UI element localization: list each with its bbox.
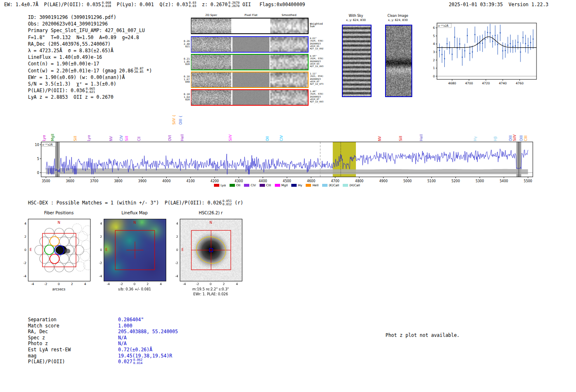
text-segment: LineFlux = 1.40(±0.49)e-16: [28, 54, 102, 60]
match-row-value: N/A: [118, 335, 127, 341]
uncertainty-fraction: 0.0680.018: [102, 1, 111, 8]
north-label: N: [58, 220, 60, 225]
annotation-line: 427_LU_093: [310, 65, 330, 67]
spec2d-strip: [270, 72, 308, 87]
lower-uncertainty: 0.012: [223, 203, 232, 206]
cutout-sublabel: m:19.5 re:2.2" s:0.3": [167, 287, 254, 291]
svg-text:3600: 3600: [66, 179, 74, 183]
match-row-value: 1.000: [118, 323, 132, 329]
info-line: Cont(w) = 2.20(±0.01)e-17 (gmag 20.8620.…: [28, 67, 152, 74]
spec2d-row-annotation: 0.95"(624, 839)20200623v014_03427_LU_093: [310, 55, 330, 67]
lower-uncertainty: 0.018: [102, 5, 111, 8]
axis-tick-label: -4: [171, 274, 178, 278]
text-segment: P(LAE)/P(OII): 0.036: [28, 88, 85, 93]
info-line: F=1.8" T=0.132 N=1.50 A=0.89 g=24.8: [28, 34, 152, 41]
svg-text:5200: 5200: [451, 179, 460, 183]
legend-label: (H)CaII: [349, 183, 360, 187]
spec2d-row: [191, 89, 309, 106]
legend-label: CIV: [251, 183, 256, 187]
text-segment: S/N = 3.5(±1.3) χ² = 1.3(±0.0): [28, 81, 116, 87]
match-row-value: 0.286404": [118, 317, 144, 322]
svg-text:e⁻¹⁷x2Å: e⁻¹⁷x2Å: [438, 24, 449, 28]
axis-tick-label: 2: [221, 282, 227, 286]
legend-item: CIII: [260, 183, 271, 187]
axis-tick-label: -2: [19, 261, 26, 265]
legend-swatch: [291, 184, 297, 187]
spec2d-strip: [270, 19, 308, 33]
hsc-overlay: [180, 219, 242, 281]
spec2d-strip: [270, 37, 308, 52]
spec2d-strip: [232, 55, 269, 70]
text-segment: LyA z = 2.8853 OII z = 0.2670: [28, 94, 114, 100]
uncertainty-fraction: 0.0620.014: [133, 358, 143, 365]
legend-swatch: [214, 184, 219, 187]
svg-text:3: 3: [433, 50, 435, 54]
axis-tick-label: -2: [42, 282, 49, 286]
axis-tick-label: 2: [69, 282, 75, 286]
axis-tick-label: 4: [158, 282, 164, 286]
axis-tick-label: 0: [19, 248, 26, 252]
line-fit-plot: 012345646804700472047404760e⁻¹⁷x2Å: [427, 20, 539, 92]
text-segment: OII Flags:0x00400009: [239, 2, 305, 7]
info-line: Cont(n) = 1.90(±0.00)e-17: [28, 60, 152, 67]
cutout-title: HSC(26.2) r: [172, 211, 250, 215]
cutout-sublabel: s/b: 0.36 +/- 0.081: [91, 287, 178, 291]
svg-text:2: 2: [433, 58, 435, 62]
legend-swatch: [322, 184, 327, 187]
info-line: ID: 3090191296 (3090191296.pdf): [28, 14, 152, 21]
axis-tick-label: 4: [82, 282, 88, 286]
axis-tick-label: 2: [95, 235, 102, 239]
axis-tick-label: -2: [118, 282, 125, 286]
text-segment: λ = 4723.25Å σ = 8.83(±2.65)Å: [28, 48, 114, 53]
match-row-value: 205.403888, 55.240005: [118, 329, 178, 334]
legend-item: Hγ: [291, 183, 302, 187]
legend-label: CIII: [266, 183, 271, 187]
lower-uncertainty: 0.2670: [228, 5, 239, 8]
uncertainty-fraction: 0.26700.2670: [228, 1, 239, 8]
axis-tick-label: 0: [207, 282, 214, 286]
legend-item: Lyα: [214, 183, 226, 187]
uncertainty-fraction: 20.8720.85: [134, 67, 144, 74]
lower-uncertainty: 0.021: [86, 90, 95, 94]
legend-label: OII: [236, 183, 240, 187]
catalog-match-header: HSC-DEX : Possible Matches = 1 (within +…: [28, 200, 243, 206]
svg-text:e⁻¹⁷x2Å: e⁻¹⁷x2Å: [42, 143, 53, 146]
svg-text:4760: 4760: [516, 81, 523, 85]
spec2d-row-annotation: 0.61"(624, 830)20200623v014_01427_LU_092: [310, 37, 330, 50]
svg-text:4: 4: [433, 42, 435, 46]
match-row-value: 19.45(19.38,19.54)R: [118, 353, 172, 359]
spec2d-row-weights: 0.161.67040: [181, 75, 190, 84]
legend-item: (K)CaII: [322, 183, 339, 187]
svg-text:4720: 4720: [482, 81, 490, 85]
text-segment: Cont(w) = 2.20(±0.01)e-17 (gmag 20.86: [28, 68, 133, 74]
axis-tick-label: -2: [194, 282, 201, 286]
legend-item: MgII: [275, 183, 288, 187]
full-spectrum-svg: 0510350036003700380039004000410042004300…: [35, 139, 539, 186]
svg-text:4900: 4900: [379, 179, 388, 183]
axis-tick-label: 2: [144, 282, 151, 286]
text-segment: z: 0.2670: [196, 2, 228, 7]
svg-text:0: 0: [37, 171, 39, 175]
svg-text:4200: 4200: [211, 179, 219, 183]
axis-tick-label: -4: [105, 282, 111, 286]
legend-item: HeII: [306, 183, 318, 187]
text-segment: F=1.8" T=0.132 N=1.50 A=0.89 g=24.8: [28, 35, 139, 40]
spec2d-column-header: Pixel Flat: [232, 14, 269, 17]
text-segment: *): [144, 68, 152, 74]
svg-text:5100: 5100: [427, 179, 436, 183]
info-line: Primary Spec_Slot_IFU_AMP: 427_061_007_L…: [28, 27, 152, 34]
spec2d-strip: [232, 19, 269, 33]
svg-text:4800: 4800: [355, 179, 363, 183]
spec2d-row: [191, 18, 309, 34]
text-segment: ID: 3090191296 (3090191296.pdf): [28, 14, 116, 20]
north-label: N: [209, 220, 212, 225]
spec2d-strip: [191, 19, 231, 33]
spec2d-row-annotation: WeightedSum: [310, 23, 330, 28]
lineflux-overlay: [104, 219, 166, 281]
legend-label: (K)CaII: [329, 183, 339, 187]
info-line: Obs: 20200623v014_3090191296: [28, 21, 152, 27]
info-line: LineFlux = 1.40(±0.49)e-16: [28, 54, 152, 60]
text-segment: 0.027: [118, 359, 132, 365]
spec2d-strip: [232, 90, 269, 105]
svg-text:4400: 4400: [259, 179, 267, 183]
